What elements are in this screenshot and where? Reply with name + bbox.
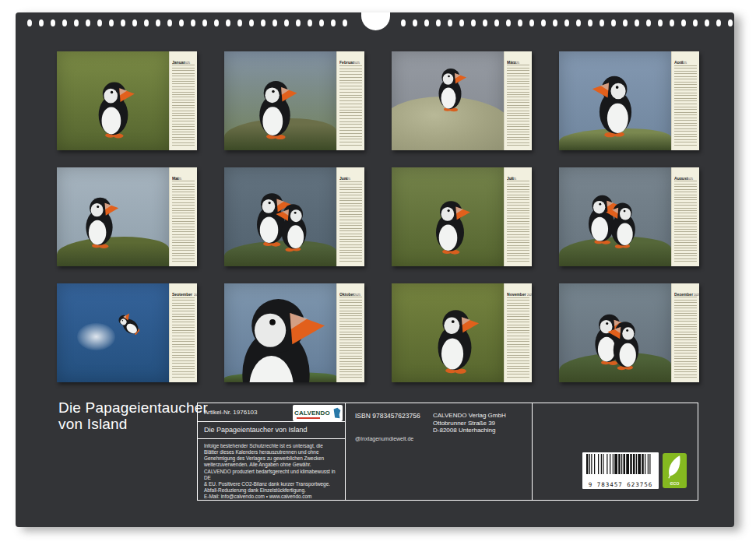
- title-line1: Die Papageientaucher: [58, 399, 208, 416]
- punch-hole: [553, 19, 557, 26]
- puffin-illustration: [426, 197, 474, 256]
- punch-hole: [459, 19, 464, 26]
- product-title: Die Papageientaucher von Island: [204, 426, 308, 434]
- punch-hole: [728, 19, 733, 26]
- punch-hole: [576, 19, 581, 26]
- punch-hole: [541, 19, 546, 26]
- isbn: ISBN 9783457623756: [355, 412, 420, 420]
- month-photo: [559, 51, 671, 150]
- calendar-title: Die Papageientaucher von Island: [58, 399, 208, 432]
- month-thumbnail-juni: Juni2025 So 1Mo 2Di 3Mi 4Do 5Fr 6Sa 7So …: [224, 167, 364, 266]
- month-header: März2025: [505, 51, 532, 64]
- day-lines: Mo 1Di 2Mi 3Do 4Fr 5Sa 6So 7Mo 8Di 9Mi 1…: [674, 295, 697, 378]
- month-thumbnail-januar: Januar2025 Mi 1Do 2Fr 3Sa 4So 5Mo 6Di 7M…: [57, 51, 197, 150]
- day-lines: Mo 1Di 2Mi 3Do 4Fr 5Sa 6So 7Mo 8Di 9Mi 1…: [172, 295, 195, 378]
- calendar-strip: Februar2025 Sa 1So 2Mo 3Di 4Mi 5Do 6Fr 7…: [336, 51, 364, 150]
- punch-hole: [109, 19, 114, 26]
- punch-hole: [237, 19, 242, 26]
- month-thumbnail-august: August2025 Fr 1Sa 2So 3Mo 4Di 5Mi 6Do 7F…: [559, 167, 699, 266]
- month-header: Januar2025: [170, 51, 197, 64]
- punch-hole: [86, 19, 90, 26]
- hanger-hole: [361, 12, 390, 30]
- day-line: Mi 30: [674, 142, 697, 146]
- day-line: Mo 30: [339, 258, 362, 262]
- punch-hole: [705, 19, 709, 26]
- eco-logo: eco: [663, 453, 687, 488]
- month-photo: [57, 283, 169, 382]
- calendar-strip: September2025 Mo 1Di 2Mi 3Do 4Fr 5Sa 6So…: [169, 283, 197, 382]
- puffin-illustration: [224, 290, 334, 382]
- month-photo: [392, 51, 504, 150]
- puffin-illustration: [431, 65, 469, 113]
- punch-hole: [471, 19, 476, 26]
- puffin-illustration: [604, 318, 648, 371]
- info-table: Artikel-Nr. 1976103 CALVENDO Die Papagei…: [197, 403, 698, 501]
- article-number: Artikel-Nr. 1976103: [198, 409, 257, 416]
- puffin-illustration: [88, 78, 139, 140]
- punch-hole: [121, 19, 125, 26]
- punch-hole: [156, 19, 160, 26]
- punch-hole: [132, 19, 137, 26]
- punch-hole: [424, 19, 429, 26]
- punch-hole: [564, 19, 569, 26]
- month-thumbnail-oktober: Oktober2025 Mi 1Do 2Fr 3Sa 4So 5Mo 6Di 7…: [224, 283, 364, 382]
- month-photo: [224, 283, 336, 382]
- month-header: Februar2025: [337, 51, 364, 64]
- calendar-strip: Dezember2025 Mo 1Di 2Mi 3Do 4Fr 5Sa 6So …: [671, 283, 699, 382]
- day-lines: Sa 1So 2Mo 3Di 4Mi 5Do 6Fr 7Sa 8So 9Mo 1…: [507, 295, 529, 378]
- month-thumbnail-märz: März2025 Sa 1So 2Mo 3Di 4Mi 5Do 6Fr 7Sa …: [392, 51, 532, 150]
- month-photo: [224, 51, 336, 150]
- punch-hole: [529, 19, 534, 26]
- month-photo: [224, 167, 336, 266]
- legal-line: Genehmigung des Verlages zu gewerblichen…: [204, 455, 340, 462]
- barcode-digits: 9 783457 623756: [582, 481, 659, 488]
- publisher-street: Ottobrunner Straße 39: [433, 420, 506, 427]
- legal-line: & EU. Positivere CO2-Bilanz dank kurzer …: [204, 481, 340, 487]
- legal-line: E-Mail: info@calvendo.com • www.calvendo…: [204, 494, 340, 500]
- calvendo-logo-text: CALVENDO: [294, 410, 330, 417]
- publisher-name: CALVENDO Verlag GmbH: [433, 412, 506, 420]
- month-header: April2025: [672, 51, 699, 64]
- punch-hole: [97, 19, 102, 26]
- day-lines: Di 1Mi 2Do 3Fr 4Sa 5So 6Mo 7Di 8Mi 9Do 1…: [674, 63, 697, 146]
- legal-line: Infolge bestehender Schutzrechte ist es …: [204, 443, 340, 449]
- punch-hole: [623, 19, 628, 26]
- day-line: Fr 31: [172, 143, 195, 146]
- legal-line: weiterzuverwenden. Alle Angaben ohne Gew…: [204, 462, 340, 468]
- punch-hole: [670, 19, 674, 26]
- day-lines: Mi 1Do 2Fr 3Sa 4So 5Mo 6Di 7Mi 8Do 9Fr 1…: [172, 63, 195, 146]
- day-line: Di 30: [172, 374, 195, 378]
- water-splash: [77, 323, 115, 351]
- punch-hole: [506, 19, 511, 26]
- punch-hole: [319, 19, 324, 26]
- punch-hole: [261, 19, 265, 26]
- month-thumbnail-dezember: Dezember2025 Mo 1Di 2Mi 3Do 4Fr 5Sa 6So …: [559, 283, 699, 382]
- punch-hole: [494, 19, 499, 26]
- eco-label: eco: [663, 480, 687, 487]
- punch-hole: [273, 19, 277, 26]
- calendar-strip: Mai2025 Do 1Fr 2Sa 3So 4Mo 5Di 6Mi 7Do 8…: [169, 167, 197, 266]
- punch-hole: [343, 19, 347, 26]
- month-photo: [559, 167, 671, 266]
- month-header: August2025: [672, 167, 699, 180]
- calendar-strip: November2025 Sa 1So 2Mo 3Di 4Mi 5Do 6Fr …: [504, 283, 532, 382]
- day-lines: Do 1Fr 2Sa 3So 4Mo 5Di 6Mi 7Do 8Fr 9Sa 1…: [172, 179, 195, 262]
- punch-hole: [483, 19, 487, 26]
- day-lines: Di 1Mi 2Do 3Fr 4Sa 5So 6Mo 7Di 8Mi 9Do 1…: [507, 179, 529, 262]
- publisher-address: CALVENDO Verlag GmbH Ottobrunner Straße …: [433, 412, 506, 434]
- social-handle: @Inxtagenumdiewelt.de: [355, 436, 413, 441]
- day-line: So 31: [674, 259, 697, 262]
- punch-hole: [413, 19, 417, 26]
- day-lines: Mi 1Do 2Fr 3Sa 4So 5Mo 6Di 7Mi 8Do 9Fr 1…: [339, 295, 362, 378]
- calvendo-logo: CALVENDO: [293, 405, 343, 421]
- month-photo: [559, 283, 671, 382]
- day-line: Do 31: [507, 259, 529, 262]
- barcode: 9 783457 623756: [582, 452, 659, 489]
- puffin-illustration: [588, 72, 643, 139]
- puffin-illustration: [273, 201, 315, 253]
- month-thumbnail-april: April2025 Di 1Mi 2Do 3Fr 4Sa 5So 6Mo 7Di…: [559, 51, 699, 150]
- publisher-city: D-82008 Unterhaching: [433, 427, 506, 434]
- calendar-back-sheet: Januar2025 Mi 1Do 2Fr 3Sa 4So 5Mo 6Di 7M…: [16, 12, 734, 527]
- barcode-cell: 9 783457 623756 eco: [533, 403, 698, 500]
- punch-hole: [331, 19, 336, 26]
